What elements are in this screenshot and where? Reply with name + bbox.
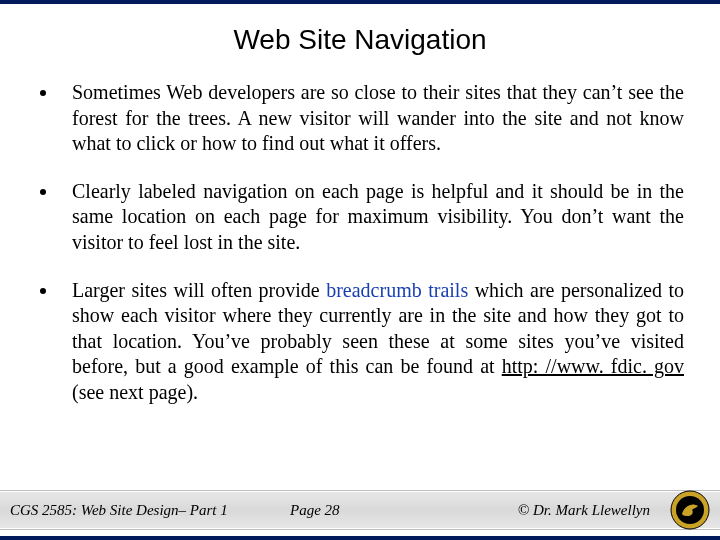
bullet-text-pre: Larger sites will often provide: [72, 279, 326, 301]
slide-body: Sometimes Web developers are so close to…: [0, 80, 720, 406]
slide-title: Web Site Navigation: [0, 24, 720, 56]
ucf-pegasus-logo-icon: [670, 490, 710, 530]
list-item: Sometimes Web developers are so close to…: [36, 80, 684, 157]
bullet-text-post: (see next page).: [72, 381, 198, 403]
external-link[interactable]: http: //www. fdic. gov: [502, 355, 684, 377]
bullet-icon: [40, 189, 46, 195]
bullet-list: Sometimes Web developers are so close to…: [36, 80, 684, 406]
bullet-icon: [40, 90, 46, 96]
footer-page: Page 28: [290, 502, 518, 519]
footer-course: CGS 2585: Web Site Design– Part 1: [0, 502, 290, 519]
bullet-icon: [40, 288, 46, 294]
list-item: Larger sites will often provide breadcru…: [36, 278, 684, 406]
list-item: Clearly labeled navigation on each page …: [36, 179, 684, 256]
slide-footer: CGS 2585: Web Site Design– Part 1 Page 2…: [0, 490, 720, 530]
bullet-text: Clearly labeled navigation on each page …: [72, 179, 684, 256]
bullet-text: Larger sites will often provide breadcru…: [72, 278, 684, 406]
bullet-text: Sometimes Web developers are so close to…: [72, 80, 684, 157]
breadcrumb-keyword: breadcrumb trails: [326, 279, 468, 301]
slide: Web Site Navigation Sometimes Web develo…: [0, 0, 720, 540]
